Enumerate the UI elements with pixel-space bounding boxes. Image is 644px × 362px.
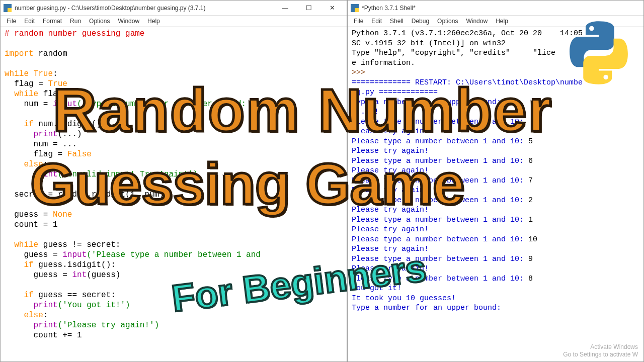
kw-else: else <box>5 160 43 169</box>
code-text: guess = <box>5 250 62 259</box>
code-comment: # random number guessing game <box>5 29 144 38</box>
kw-while: while <box>5 69 29 78</box>
menu-window[interactable]: Window <box>114 17 143 26</box>
editor-menubar: File Edit Format Run Options Window Help <box>1 16 347 27</box>
kw-while3: while <box>5 240 38 249</box>
code-text: count += 1 <box>5 331 82 340</box>
builtin-input2: input <box>62 250 87 259</box>
svg-rect-3 <box>355 8 359 12</box>
watermark-line2: Go to Settings to activate W <box>563 351 638 358</box>
kw-if3: if <box>5 291 34 300</box>
shell-window: *Python 3.7.1 Shell* File Edit Shell Deb… <box>347 0 644 362</box>
code-text: random <box>34 49 67 58</box>
builtin-print3: print <box>5 301 58 310</box>
kw-while2: while <box>5 89 38 99</box>
menu-edit[interactable]: Edit <box>20 17 39 26</box>
menu-format[interactable]: Format <box>39 17 66 26</box>
kw-true: True <box>29 69 53 78</box>
builtin-print2: print <box>5 170 58 179</box>
maximize-button[interactable]: ☐ <box>297 1 320 15</box>
builtin-input: input <box>53 100 77 109</box>
code-string3: ('Please type a number between 1 and <box>87 250 265 259</box>
close-button[interactable]: ✕ <box>321 1 344 15</box>
kw-false: False <box>67 150 92 159</box>
menu-shell[interactable]: Shell <box>386 17 408 26</box>
code-text: flag = <box>5 150 67 159</box>
code-string: ('Type a number for an upper bound: ') <box>77 100 261 109</box>
code-string2: ('Invalid input! Try Again!') <box>58 170 198 179</box>
code-text: random.randint(1, num) <box>58 190 164 199</box>
minimize-button[interactable]: — <box>274 1 296 15</box>
code-text: secret = <box>5 190 58 199</box>
kw-if2: if <box>5 260 34 269</box>
code-text: guess = <box>5 270 72 280</box>
code-text: num = ... <box>5 140 77 149</box>
code-text: guess != secret: <box>38 240 120 249</box>
code-text: num.isdigit(): <box>34 120 106 129</box>
menu-options[interactable]: Options <box>85 17 114 26</box>
menu-help[interactable]: Help <box>492 17 512 26</box>
code-text: count = 1 <box>5 220 58 229</box>
kw-if: if <box>5 120 34 129</box>
code-text: guess = <box>5 210 53 219</box>
menu-help[interactable]: Help <box>143 17 164 26</box>
menu-file[interactable]: File <box>3 17 20 26</box>
builtin-print4: print <box>5 321 58 330</box>
menu-edit[interactable]: Edit <box>367 17 386 26</box>
code-string4: ('You got it!') <box>58 301 130 310</box>
python-file-icon <box>4 4 12 12</box>
kw-none: None <box>53 210 72 219</box>
code-text: guess == secret: <box>34 291 116 300</box>
menu-file[interactable]: File <box>350 17 367 26</box>
editor-titlebar[interactable]: number guesing.py - C:\Users\timot\Deskt… <box>1 1 347 16</box>
shell-titlebar[interactable]: *Python 3.7.1 Shell* <box>348 1 643 16</box>
shell-menubar: File Edit Shell Debug Options Window Hel… <box>348 16 643 27</box>
code-text: num = <box>5 100 53 109</box>
windows-activate-watermark: Activate Windows Go to Settings to activ… <box>563 343 638 358</box>
code-editor[interactable]: # random number guessing game import ran… <box>1 27 347 361</box>
menu-debug[interactable]: Debug <box>408 17 433 26</box>
shell-title: *Python 3.7.1 Shell* <box>362 5 640 12</box>
svg-rect-1 <box>8 8 12 12</box>
watermark-line1: Activate Windows <box>563 343 638 350</box>
editor-title: number guesing.py - C:\Users\timot\Deskt… <box>15 5 274 12</box>
shell-output[interactable]: Python 3.7.1 (v3.7.1:260ec2c36a, Oct 20 … <box>348 27 643 361</box>
menu-window[interactable]: Window <box>462 17 492 26</box>
code-text: (guess) <box>87 270 120 280</box>
window-controls: — ☐ ✕ <box>274 1 344 15</box>
code-text: (...) <box>58 130 82 139</box>
editor-window: number guesing.py - C:\Users\timot\Deskt… <box>0 0 347 362</box>
code-text: flag: <box>38 89 67 99</box>
builtin-print: print <box>5 130 58 139</box>
menu-options[interactable]: Options <box>433 17 462 26</box>
builtin-int: int <box>72 270 87 280</box>
code-text: flag = <box>5 79 48 88</box>
kw-else2: else <box>5 311 43 320</box>
kw-true2: True <box>48 79 67 88</box>
code-text: guess.isdigit(): <box>34 260 116 269</box>
python-shell-icon <box>351 4 359 12</box>
code-string5: ('Please try again!') <box>58 321 159 330</box>
kw-import: import <box>5 49 34 58</box>
menu-run[interactable]: Run <box>66 17 85 26</box>
